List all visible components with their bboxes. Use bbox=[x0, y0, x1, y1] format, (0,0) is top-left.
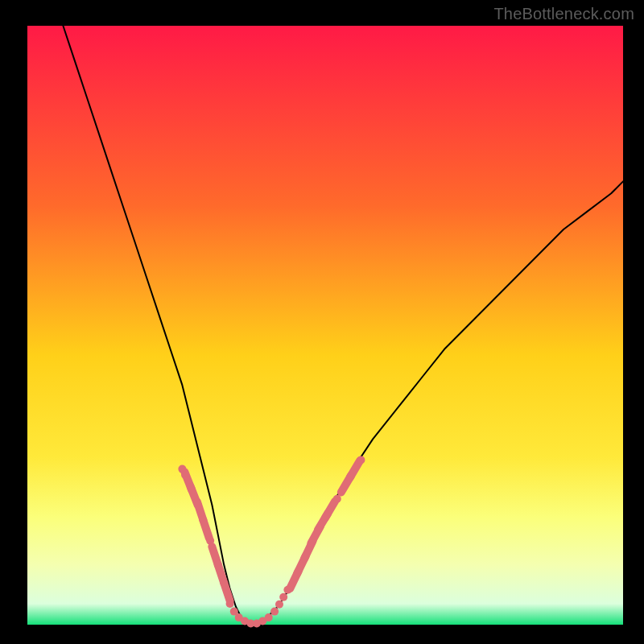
right-top-dot bbox=[357, 456, 365, 464]
right-gap-dot bbox=[333, 495, 341, 503]
bottleneck-chart bbox=[0, 0, 644, 644]
marker-dot bbox=[265, 613, 273, 621]
plot-background bbox=[27, 26, 623, 625]
marker-dot bbox=[333, 495, 341, 503]
marker-dot bbox=[357, 456, 365, 464]
watermark-text: TheBottleneck.com bbox=[493, 5, 634, 23]
marker-dot bbox=[270, 608, 279, 616]
chart-frame: TheBottleneck.com bbox=[0, 0, 644, 644]
marker-dot bbox=[279, 593, 287, 601]
marker-dot bbox=[226, 600, 234, 608]
marker-dot bbox=[275, 601, 283, 609]
